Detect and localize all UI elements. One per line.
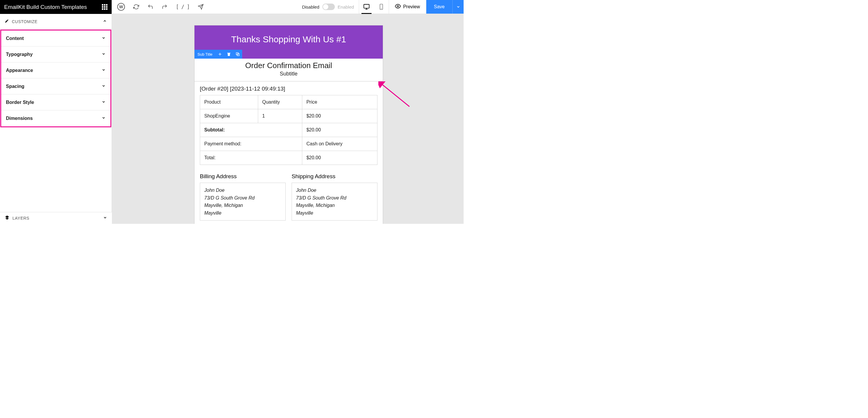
- panel-content[interactable]: Content: [1, 31, 111, 46]
- sidebar: EmailKit Build Custom Templates CUSTOMIZ…: [0, 0, 112, 224]
- address-row: Billing Address John Doe 73/D G South Gr…: [200, 173, 377, 221]
- table-row: Product Quantity Price: [200, 95, 377, 109]
- chevron-down-icon: [101, 36, 106, 41]
- layers-bar[interactable]: LAYERS: [0, 212, 112, 224]
- wordpress-icon[interactable]: W: [117, 3, 125, 11]
- shipping-address-box: John Doe 73/D G South Grove Rd Mayville,…: [291, 183, 377, 221]
- address-line: Mayville: [296, 209, 373, 217]
- panel-dimensions[interactable]: Dimensions: [1, 110, 111, 126]
- toolbar-element-label: Sub Title: [194, 52, 216, 57]
- chevron-down-icon: [101, 68, 106, 73]
- table-row: Total: $20.00: [200, 151, 377, 165]
- email-preview-frame: Thanks Shopping With Us #1 Sub Title Ord…: [194, 25, 383, 224]
- email-subtitle: Subtitle: [197, 71, 380, 77]
- panel-label: Appearance: [6, 68, 33, 73]
- address-line: John Doe: [296, 187, 373, 194]
- add-element-button[interactable]: [216, 50, 224, 59]
- save-button[interactable]: Save: [426, 0, 452, 13]
- table-cell: 1: [258, 109, 302, 123]
- table-header-cell: Price: [302, 95, 377, 109]
- enable-toggle-group: Disabled Enabled: [302, 4, 359, 10]
- table-cell: $20.00: [302, 123, 377, 137]
- element-toolbar: Sub Title: [194, 50, 242, 59]
- shipping-address-title: Shipping Address: [291, 173, 377, 180]
- address-line: John Doe: [204, 187, 281, 194]
- panel-label: Content: [6, 36, 24, 41]
- address-line: Mayville, Michigan: [296, 202, 373, 209]
- panel-label: Dimensions: [6, 116, 33, 121]
- save-dropdown-button[interactable]: [452, 0, 464, 13]
- table-cell: Subtotal:: [200, 123, 302, 137]
- customize-section-header[interactable]: CUSTOMIZE: [0, 14, 112, 29]
- table-row: ShopEngine 1 $20.00: [200, 109, 377, 123]
- email-header-block[interactable]: Thanks Shopping With Us #1 Sub Title: [194, 26, 383, 59]
- email-header-title: Thanks Shopping With Us #1: [200, 34, 377, 44]
- pencil-icon: [5, 19, 9, 24]
- layers-icon: [5, 215, 9, 221]
- customize-label: CUSTOMIZE: [12, 19, 38, 24]
- apps-grid-icon[interactable]: [102, 4, 107, 10]
- send-icon[interactable]: [198, 4, 204, 10]
- panel-spacing[interactable]: Spacing: [1, 78, 111, 94]
- canvas-area[interactable]: Thanks Shopping With Us #1 Sub Title Ord…: [112, 14, 464, 224]
- layers-label: LAYERS: [12, 216, 29, 221]
- address-line: 73/D G South Grove Rd: [296, 194, 373, 202]
- table-cell: Cash on Delivery: [302, 137, 377, 151]
- shortcode-icon[interactable]: [ / ]: [176, 4, 189, 10]
- table-cell: $20.00: [302, 109, 377, 123]
- chevron-down-icon: [101, 100, 106, 105]
- panel-appearance[interactable]: Appearance: [1, 62, 111, 78]
- sidebar-header: EmailKit Build Custom Templates: [0, 0, 112, 14]
- chevron-up-icon: [103, 19, 107, 24]
- enabled-label: Enabled: [338, 4, 354, 9]
- chevron-down-icon: [101, 116, 106, 121]
- chevron-down-icon: [101, 84, 106, 89]
- delete-element-button[interactable]: [224, 50, 233, 59]
- panel-border-style[interactable]: Border Style: [1, 94, 111, 110]
- duplicate-element-button[interactable]: [233, 50, 242, 59]
- preview-label: Preview: [403, 4, 420, 9]
- table-header-cell: Quantity: [258, 95, 302, 109]
- panel-label: Spacing: [6, 84, 24, 89]
- address-line: Mayville: [204, 209, 281, 217]
- email-subtitle-block[interactable]: Order Confirmation Email Subtitle: [194, 59, 383, 82]
- undo-icon[interactable]: [148, 4, 153, 10]
- shipping-address-col: Shipping Address John Doe 73/D G South G…: [291, 173, 377, 221]
- redo-icon[interactable]: [162, 4, 167, 10]
- panel-label: Border Style: [6, 100, 34, 105]
- refresh-icon[interactable]: [133, 4, 139, 10]
- annotation-arrow-icon: [378, 82, 411, 108]
- mobile-device-button[interactable]: [374, 0, 389, 13]
- table-header-cell: Product: [200, 95, 258, 109]
- topbar: W [ / ] Disabled Enabled: [112, 0, 464, 14]
- email-body: [Order #20] [2023-11-12 09:49:13] Produc…: [194, 82, 383, 224]
- preview-button[interactable]: Preview: [389, 0, 426, 13]
- chevron-down-icon: [103, 216, 107, 221]
- table-row: Subtotal: $20.00: [200, 123, 377, 137]
- svg-line-12: [381, 84, 409, 106]
- table-cell: Total:: [200, 151, 302, 165]
- table-row: Payment method: Cash on Delivery: [200, 137, 377, 151]
- svg-point-7: [397, 6, 399, 7]
- order-meta: [Order #20] [2023-11-12 09:49:13]: [200, 86, 377, 92]
- customize-panels-highlight: Content Typography Appearance Spacing Bo…: [0, 30, 111, 127]
- billing-address-col: Billing Address John Doe 73/D G South Gr…: [200, 173, 286, 221]
- app-title: EmailKit Build Custom Templates: [4, 4, 87, 10]
- table-cell: $20.00: [302, 151, 377, 165]
- eye-icon: [395, 3, 401, 10]
- billing-address-box: John Doe 73/D G South Grove Rd Mayville,…: [200, 183, 286, 221]
- panel-typography[interactable]: Typography: [1, 46, 111, 62]
- table-cell: ShopEngine: [200, 109, 258, 123]
- address-line: Mayville, Michigan: [204, 202, 281, 209]
- svg-rect-2: [364, 4, 369, 8]
- order-table: Product Quantity Price ShopEngine 1 $20.…: [200, 95, 377, 165]
- billing-address-title: Billing Address: [200, 173, 286, 180]
- device-switcher: [359, 0, 389, 13]
- email-title: Order Confirmation Email: [197, 61, 380, 70]
- enable-toggle[interactable]: [322, 4, 335, 10]
- panel-label: Typography: [6, 52, 33, 57]
- table-cell: Payment method:: [200, 137, 302, 151]
- desktop-device-button[interactable]: [359, 0, 374, 13]
- chevron-down-icon: [101, 52, 106, 57]
- address-line: 73/D G South Grove Rd: [204, 194, 281, 202]
